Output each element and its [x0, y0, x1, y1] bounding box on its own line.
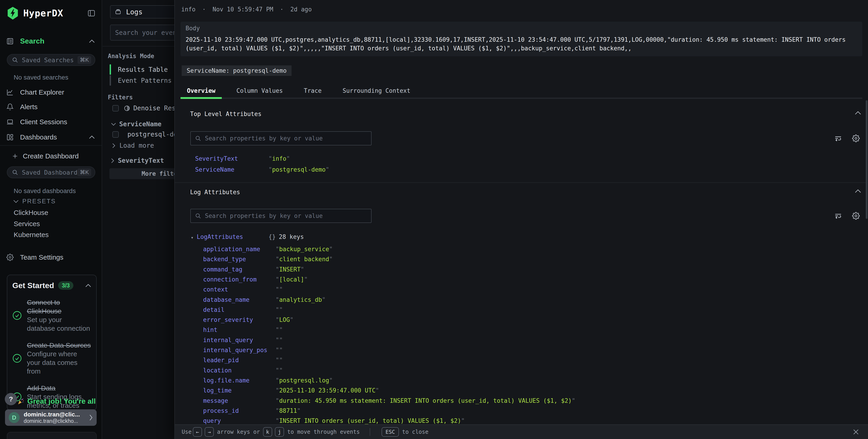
attr-value[interactable]: analytics_db	[276, 296, 326, 303]
attr-key[interactable]: query	[203, 417, 221, 424]
tab-overview[interactable]: Overview	[181, 84, 222, 98]
attr-value[interactable]	[276, 306, 283, 313]
load-more-button[interactable]: Load more	[112, 142, 154, 149]
attr-key[interactable]: context	[203, 286, 228, 293]
attr-key[interactable]: internal_query	[203, 337, 253, 344]
body-panel[interactable]: Body 2025-11-10 23:59:47.000 UTC,postgre…	[181, 22, 862, 56]
attr-key[interactable]: database_name	[203, 296, 250, 303]
attr-value[interactable]: backup_service	[276, 246, 333, 253]
severity-group-toggle[interactable]: SeverityText	[111, 157, 164, 164]
sidebar-item-dashboards[interactable]: Dashboards	[6, 133, 95, 141]
service-name-tag[interactable]: ServiceName: postgresql-demo	[182, 65, 291, 76]
service-checkbox[interactable]	[113, 131, 119, 138]
create-dashboard-button[interactable]: Create Dashboard	[12, 152, 95, 160]
attr-value[interactable]: [local]	[276, 276, 308, 283]
gear-icon[interactable]	[852, 212, 860, 220]
sidebar-item-team-settings[interactable]: Team Settings	[6, 253, 95, 261]
attr-value[interactable]	[276, 326, 283, 333]
denoise-checkbox[interactable]	[113, 105, 119, 112]
k-key[interactable]: k	[263, 427, 272, 437]
sidebar-item-alerts[interactable]: Alerts	[6, 103, 95, 111]
attr-key[interactable]: leader_pid	[203, 357, 239, 364]
attr-key[interactable]: application_name	[203, 246, 260, 253]
attr-value[interactable]: LOG	[276, 316, 293, 323]
chevron-up-icon[interactable]	[89, 135, 95, 139]
top-level-search-input[interactable]	[205, 135, 367, 142]
attr-key[interactable]: ServiceName	[195, 166, 234, 173]
get-started-item[interactable]: Create Data Sources Configure where your…	[12, 341, 91, 376]
attr-key[interactable]: SeverityText	[195, 155, 238, 162]
log-attributes-search-box[interactable]	[190, 209, 372, 223]
get-started-item[interactable]: Add Data Start sending logs, metrics, or…	[12, 384, 91, 410]
attr-value[interactable]: info	[269, 155, 290, 162]
attr-value[interactable]: postgresql.log	[276, 377, 333, 384]
attr-key[interactable]: location	[203, 367, 231, 374]
attr-value[interactable]: 88711	[276, 407, 301, 414]
service-name-group-toggle[interactable]: ServiceName	[111, 120, 161, 128]
collapse-section-icon[interactable]	[855, 111, 861, 115]
attr-key[interactable]: log.file.name	[203, 377, 250, 384]
attr-value[interactable]	[276, 347, 283, 353]
log-attributes-search-input[interactable]	[205, 213, 367, 219]
scrollbar[interactable]	[866, 100, 868, 219]
saved-dashboards-input[interactable]: ⌘K	[7, 166, 95, 178]
root-key[interactable]: LogAttributes	[197, 233, 243, 240]
wrap-lines-icon[interactable]	[834, 134, 842, 142]
top-level-search-box[interactable]	[190, 131, 372, 146]
attr-value[interactable]	[276, 286, 283, 293]
attr-value[interactable]: postgresql-demo	[269, 166, 329, 173]
attr-key[interactable]: error_severity	[203, 316, 253, 323]
tab-trace[interactable]: Trace	[298, 84, 328, 98]
gear-icon[interactable]	[852, 134, 860, 142]
collapse-section-icon[interactable]	[855, 189, 861, 193]
attr-value[interactable]: 2025-11-10 23:59:47.000 UTC	[276, 387, 379, 394]
attr-value[interactable]: INSERT INTO orders (user_id, total) VALU…	[276, 417, 465, 424]
attr-key[interactable]: message	[203, 397, 228, 404]
attr-key[interactable]: backend_type	[203, 256, 246, 262]
attr-key[interactable]: hint	[203, 326, 217, 333]
chevron-up-icon[interactable]	[85, 284, 91, 287]
presets-toggle[interactable]: PRESETS	[13, 198, 56, 205]
attr-value[interactable]: client backend	[276, 256, 333, 262]
wrap-lines-icon[interactable]	[834, 212, 842, 220]
attr-value[interactable]	[276, 357, 283, 364]
attr-value[interactable]	[276, 337, 283, 344]
attr-key[interactable]: command_tag	[203, 266, 242, 273]
get-started-header[interactable]: Get Started 3/3	[12, 281, 91, 290]
close-icon[interactable]	[852, 428, 860, 436]
attr-key[interactable]: internal_query_pos	[203, 347, 268, 353]
esc-key[interactable]: ESC	[381, 427, 399, 437]
tab-surrounding-context[interactable]: Surrounding Context	[336, 84, 417, 98]
attribute-row: process_id88711	[175, 407, 863, 416]
sidebar-collapse-icon[interactable]	[88, 10, 95, 17]
saved-searches-field[interactable]	[22, 57, 78, 64]
preset-kubernetes[interactable]: Kubernetes	[14, 231, 49, 239]
caret-down-icon[interactable]: ▾	[191, 235, 193, 240]
attr-value[interactable]: duration: 45.950 ms statement: INSERT IN…	[276, 397, 575, 404]
attr-key[interactable]: process_id	[203, 407, 239, 414]
sidebar-item-search[interactable]: Search	[6, 37, 95, 45]
tab-column-values[interactable]: Column Values	[230, 84, 289, 98]
arrow-left-key[interactable]: ←	[193, 427, 202, 437]
j-key[interactable]: j	[275, 427, 284, 437]
attr-key[interactable]: log_time	[203, 387, 231, 394]
help-button[interactable]: ?	[5, 393, 17, 405]
log-attributes-root-row[interactable]: ▾ LogAttributes {}28 keys	[175, 233, 863, 243]
mode-event-patterns[interactable]: Event Patterns	[110, 75, 172, 86]
get-started-title: Get Started	[12, 281, 54, 290]
get-started-item[interactable]: Connect to ClickHouse Set up your databa…	[12, 298, 91, 333]
saved-dashboards-field[interactable]	[22, 169, 78, 176]
saved-searches-input[interactable]: ⌘K	[7, 54, 95, 66]
preset-clickhouse[interactable]: ClickHouse	[14, 209, 48, 217]
preset-services[interactable]: Services	[14, 220, 40, 228]
mode-results-table[interactable]: Results Table	[110, 64, 168, 75]
attr-key[interactable]: connection_from	[203, 276, 257, 283]
attr-key[interactable]: detail	[203, 306, 224, 313]
sidebar-item-chart-explorer[interactable]: Chart Explorer	[6, 88, 95, 96]
attr-value[interactable]	[276, 367, 283, 374]
sidebar-item-client-sessions[interactable]: Client Sessions	[6, 118, 95, 126]
user-account-button[interactable]: D dominic.tran@clic... dominic.tran@clic…	[5, 409, 97, 426]
attr-value[interactable]: INSERT	[276, 266, 304, 273]
chevron-up-icon[interactable]	[89, 39, 95, 43]
arrow-right-key[interactable]: →	[205, 427, 214, 437]
